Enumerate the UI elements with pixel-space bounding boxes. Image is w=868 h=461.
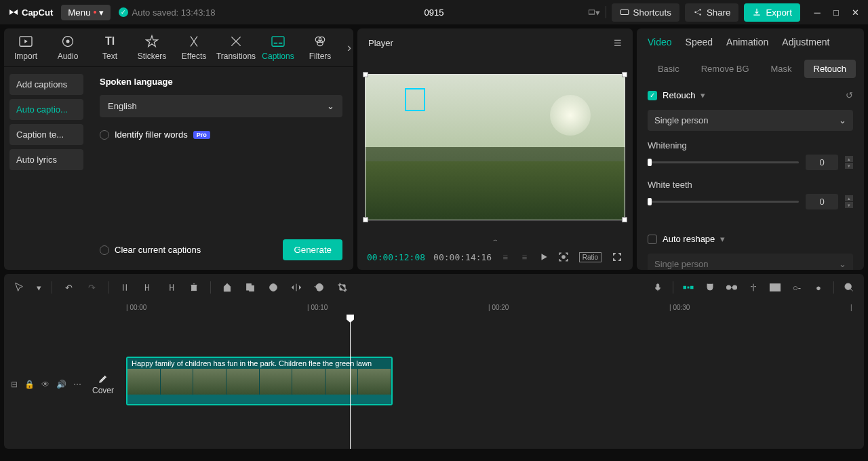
tab-animation[interactable]: Animation (726, 37, 768, 47)
playhead[interactable] (350, 316, 351, 449)
track-lock-icon[interactable]: 🔒 (24, 380, 35, 389)
video-clip[interactable]: Happy family of children has fun in the … (126, 357, 393, 405)
trim-right-tool[interactable] (164, 281, 178, 294)
redo-button[interactable]: ↷ (85, 281, 98, 294)
resize-handle-tr[interactable] (622, 72, 627, 77)
crop-tool[interactable] (336, 281, 349, 294)
white-teeth-slider[interactable] (648, 201, 799, 203)
chevron-down-icon[interactable]: ▾ (701, 90, 705, 100)
share-button[interactable]: Share (685, 3, 739, 22)
scan-icon[interactable] (557, 251, 570, 263)
tab-text[interactable]: TIText (95, 34, 125, 61)
whitening-value[interactable]: 0 (806, 155, 838, 170)
mic-button[interactable] (651, 281, 665, 294)
sidebar-add-captions[interactable]: Add captions (9, 74, 83, 95)
align-button[interactable] (747, 281, 760, 294)
chevron-down-icon[interactable]: ▾ (720, 234, 725, 244)
tab-stickers[interactable]: Stickers (137, 34, 167, 61)
rotate-tool[interactable] (313, 281, 326, 294)
player-panel: Player ☰ ⌢ 00:00:12:08 00:00:14:16 ≡ ≡ (357, 28, 633, 270)
generate-button[interactable]: Generate (283, 239, 342, 260)
track-more-icon[interactable]: ⋯ (73, 380, 81, 389)
maximize-button[interactable]: □ (831, 7, 841, 18)
face-detection-box[interactable] (405, 88, 425, 111)
menu-button[interactable]: Menu▾ (61, 5, 110, 20)
zoom-slider-thumb[interactable]: ● (812, 281, 825, 294)
player-menu-button[interactable]: ☰ (614, 38, 622, 48)
magnet-button[interactable] (703, 281, 717, 294)
ratio-button[interactable]: Ratio (579, 252, 601, 262)
shortcuts-button[interactable]: Shortcuts (612, 3, 679, 22)
mirror-tool[interactable] (290, 281, 303, 294)
spinner-down[interactable]: ▾ (845, 163, 853, 169)
tab-speed[interactable]: Speed (686, 37, 713, 47)
resize-handle-tl[interactable] (363, 72, 368, 77)
subtab-basic[interactable]: Basic (648, 60, 689, 78)
checkbox-unchecked-icon[interactable] (648, 235, 657, 244)
undo-button[interactable]: ↶ (62, 281, 75, 294)
link-button[interactable] (725, 281, 738, 294)
preview-button[interactable] (768, 281, 782, 294)
sidebar-caption-templates[interactable]: Caption te... (9, 124, 83, 145)
person-mode-dropdown[interactable]: Single person⌄ (648, 110, 853, 131)
tab-transitions[interactable]: Transitions (221, 34, 251, 61)
layout-icon[interactable]: ▾ (588, 6, 600, 18)
tab-audio[interactable]: Audio (53, 34, 83, 61)
tab-video[interactable]: Video (648, 37, 672, 47)
delete-tool[interactable] (187, 281, 201, 294)
select-dropdown[interactable]: ▾ (35, 281, 42, 294)
tab-filters[interactable]: Filters (305, 34, 335, 61)
tab-effects[interactable]: Effects (179, 34, 209, 61)
subtab-retouch[interactable]: Retouch (804, 60, 856, 78)
more-tabs-button[interactable]: › (347, 41, 351, 55)
timeline[interactable]: | 00:00 | 00:10 | 00:20 | 00:30 | ⊟ 🔒 👁 … (4, 301, 864, 449)
transitions-icon (229, 34, 243, 49)
track-expand-icon[interactable]: ⊟ (11, 380, 18, 389)
spinner-up[interactable]: ▴ (845, 156, 853, 162)
fullscreen-button[interactable] (611, 251, 623, 263)
language-dropdown[interactable]: English ⌄ (100, 95, 342, 117)
svg-rect-11 (279, 43, 282, 44)
tab-captions[interactable]: Captions (263, 34, 293, 61)
zoom-fit-button[interactable] (842, 281, 856, 294)
sidebar-auto-lyrics[interactable]: Auto lyrics (9, 149, 83, 170)
subtab-mask[interactable]: Mask (762, 60, 802, 78)
track-controls: ⊟ 🔒 👁 🔊 ⋯ Cover (4, 374, 121, 395)
subtab-remove-bg[interactable]: Remove BG (692, 60, 759, 78)
reverse-tool[interactable] (267, 281, 280, 294)
next-frame-button[interactable]: ≡ (519, 251, 530, 263)
resize-handle-br[interactable] (622, 217, 627, 222)
zoom-out-button[interactable]: ○- (790, 281, 804, 294)
copy-tool[interactable] (243, 281, 257, 294)
timeline-ruler[interactable]: | 00:00 | 00:10 | 00:20 | 00:30 | (4, 301, 864, 316)
prev-frame-button[interactable]: ≡ (500, 251, 511, 263)
checkbox-checked-icon[interactable]: ✓ (648, 91, 657, 100)
marker-tool[interactable] (220, 281, 234, 294)
effects-icon (186, 34, 201, 49)
tab-adjustment[interactable]: Adjustment (782, 37, 829, 47)
spinner-down[interactable]: ▾ (845, 202, 853, 208)
video-frame[interactable] (365, 74, 625, 220)
split-tool[interactable] (118, 281, 132, 294)
play-button[interactable] (538, 251, 549, 263)
filler-words-toggle[interactable]: Identify filler words Pro (100, 129, 342, 140)
trim-left-tool[interactable] (141, 281, 155, 294)
cover-button[interactable]: Cover (92, 374, 114, 395)
sidebar-auto-captions[interactable]: Auto captio... (9, 99, 83, 120)
tab-import[interactable]: Import (11, 34, 41, 61)
white-teeth-value[interactable]: 0 (806, 194, 838, 209)
clear-captions-toggle[interactable]: Clear current captions (100, 245, 201, 255)
whitening-slider[interactable] (648, 161, 799, 163)
export-button[interactable]: Export (744, 3, 800, 22)
track-mute-icon[interactable]: 🔊 (56, 380, 66, 389)
spinner-up[interactable]: ▴ (845, 195, 853, 201)
track-visibility-icon[interactable]: 👁 (41, 380, 50, 389)
minimize-button[interactable]: ─ (812, 7, 822, 18)
player-viewport[interactable] (357, 58, 633, 236)
select-tool[interactable] (12, 281, 26, 294)
close-button[interactable]: ✕ (850, 7, 860, 18)
reset-button[interactable]: ↺ (846, 90, 853, 100)
svg-point-13 (319, 37, 324, 42)
resize-handle-bl[interactable] (363, 217, 368, 222)
magnet-main-button[interactable] (682, 281, 695, 294)
